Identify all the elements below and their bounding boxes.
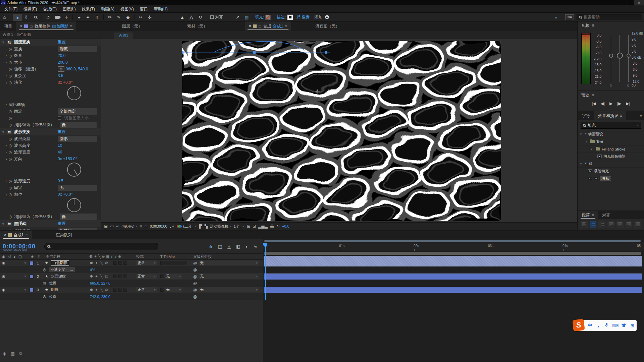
reset-exposure-icon[interactable]: ↻ [276, 224, 280, 229]
clear-search-icon[interactable]: × [637, 123, 639, 127]
layer-color-chip[interactable] [30, 275, 34, 279]
expander-icon[interactable]: ∨ [24, 288, 26, 291]
time-navigator[interactable] [264, 240, 641, 242]
trkmat-column[interactable]: T TrkMat [160, 255, 175, 259]
ime-punctuation-button[interactable]: ， [594, 322, 602, 328]
selection-handle[interactable] [325, 51, 327, 54]
stopwatch-icon[interactable]: ◷ [9, 80, 14, 85]
tab-timeline-comp[interactable]: × 合成1 ≡ [0, 231, 32, 239]
property-row-position[interactable]: ◷ 位置 742.0, 280.0 @ [0, 293, 263, 300]
layer-bar-selected[interactable] [264, 256, 642, 266]
audio-slider-master[interactable] [620, 35, 620, 82]
eye-icon[interactable]: ◉ [2, 261, 5, 265]
shape-tool-icon[interactable]: ● [74, 14, 84, 21]
pickwhip-icon[interactable]: @ [193, 281, 197, 285]
menu-item[interactable]: 效果(T) [79, 5, 98, 13]
presets-search-box[interactable]: × [581, 122, 641, 129]
reset-button[interactable]: 重置 [58, 129, 66, 135]
expander-icon[interactable]: › [4, 61, 9, 64]
expand-transfer-controls-icon[interactable]: ▦ [11, 351, 14, 356]
stopwatch-icon[interactable]: ◷ [9, 186, 14, 190]
anchor-point[interactable] [315, 89, 320, 94]
panel-menu-icon[interactable]: ≡ [592, 23, 594, 28]
stopwatch-icon[interactable]: ◷ [9, 215, 14, 219]
pen-tool-icon[interactable]: ✒ [84, 14, 93, 21]
property-row-position[interactable]: ◷ 位置 665.0, 227.0 @ [0, 280, 263, 287]
frame-blending-icon[interactable]: ◧ [236, 244, 240, 249]
tab-close-icon[interactable]: × [20, 24, 22, 28]
type-tool-icon[interactable]: T [93, 14, 102, 21]
magnification-dropdown[interactable]: (49.4%)∨ [121, 224, 137, 228]
layer-bar-3[interactable] [264, 287, 642, 293]
antialiasing-dropdown[interactable]: 低 [60, 214, 97, 220]
mode-column[interactable]: 模式 [136, 254, 144, 259]
reset-button[interactable]: 重置 [58, 39, 66, 45]
puppet-pin-tool-icon[interactable]: ✜ [145, 14, 154, 21]
panel-menu-icon[interactable]: ≡ [620, 113, 622, 118]
pinning-dropdown[interactable]: 全部固定 [58, 108, 97, 115]
grid-options-icon[interactable]: ⌗ [140, 224, 142, 229]
help-search-box[interactable] [577, 14, 642, 20]
lock-icon[interactable]: ▢ [30, 24, 33, 28]
viewer-timecode[interactable]: 0:00:00:00 [150, 224, 167, 228]
menu-item[interactable]: 视图(V) [117, 5, 137, 13]
hand-tool-icon[interactable]: ✌ [22, 14, 31, 21]
expand-layer-switches-icon[interactable]: ◉ [3, 351, 6, 356]
pan-behind-tool-icon[interactable]: ✛ [62, 14, 71, 21]
layer-name-edit[interactable]: 白色阴影 [51, 260, 69, 266]
resolution-dropdown[interactable]: (二分_∨ [183, 224, 197, 229]
home-tool-icon[interactable]: ⌂ [0, 14, 9, 21]
share-view-icon[interactable]: ⊞ [247, 224, 250, 229]
play-icon[interactable]: ▶ [609, 101, 612, 106]
fill-color-swatch[interactable] [265, 15, 271, 20]
hide-shy-icon[interactable]: ◬ [227, 244, 231, 249]
graph-editor-icon[interactable]: ∿ [254, 244, 257, 249]
selection-tool-icon[interactable]: ▲ [13, 14, 22, 21]
collapse-icon[interactable]: ∨ [2, 41, 7, 44]
expander-icon[interactable]: ∨ [24, 261, 26, 264]
canvas-area[interactable] [101, 39, 577, 222]
time-ruler[interactable]: 0s01s02s03s04s05s [263, 243, 644, 251]
effect-header-turbulent-displace[interactable]: ∨ fx 湍流置换 重置 [0, 38, 101, 46]
timeline-search-box[interactable] [44, 243, 158, 250]
audio-slider-left[interactable] [611, 35, 611, 82]
tab-render-queue[interactable]: 渲染队列 [52, 231, 76, 239]
timeline-graph-area[interactable]: 0s01s02s03s04s05s [263, 239, 644, 362]
help-search-input[interactable] [584, 15, 634, 19]
tab-close-icon[interactable]: × [249, 24, 251, 28]
wave-type-dropdown[interactable]: 圆形 [58, 136, 97, 142]
menu-item[interactable]: 帮助(H) [151, 5, 171, 13]
direction-dial[interactable] [67, 163, 81, 177]
stopwatch-icon[interactable]: ◷ [9, 47, 14, 51]
antialiasing-dropdown[interactable]: 低 [60, 122, 97, 128]
roto-brush-tool-icon[interactable]: ✂ [136, 14, 145, 21]
clone-stamp-tool-icon[interactable]: ✎ [114, 14, 123, 21]
justify-last-left-button[interactable] [607, 221, 614, 228]
phase-dial[interactable] [67, 198, 81, 212]
pickwhip-icon[interactable]: @ [193, 261, 197, 265]
layer-color-chip[interactable] [30, 288, 34, 292]
comp-mini-tab[interactable]: 合成1 [114, 33, 133, 39]
trkmat-dropdown[interactable]: 无∨ [165, 274, 182, 279]
mask-visibility-icon[interactable]: ∞ [116, 224, 119, 229]
layer-bar-2[interactable] [264, 274, 642, 280]
edge-type-dropdown[interactable]: 粗糙化 [58, 228, 97, 230]
stopwatch-icon[interactable]: ◷ [9, 179, 14, 183]
zoom-tool-icon[interactable] [31, 14, 40, 21]
pixel-aspect-icon[interactable]: ⊡ [253, 224, 256, 229]
property-label[interactable]: 位置 [49, 281, 56, 286]
layer-name-column[interactable]: 图层名称 [46, 254, 60, 259]
expander-icon[interactable]: › [4, 144, 9, 147]
panel-menu-icon[interactable]: ≡ [70, 24, 72, 28]
expand-inout-icon[interactable]: ⧉ [19, 351, 22, 356]
displacement-dropdown[interactable]: 湍流 [58, 46, 97, 52]
composition-canvas[interactable] [182, 41, 501, 221]
primary-viewer-icon[interactable]: ▭ [110, 224, 114, 229]
blend-mode-dropdown[interactable]: 正常∨ [136, 260, 157, 265]
blend-mode-dropdown[interactable]: 正常∨ [136, 287, 157, 292]
justify-last-center-button[interactable] [616, 221, 624, 228]
menu-item[interactable]: 编辑(E) [20, 5, 40, 13]
opacity-value[interactable]: 4% [90, 268, 95, 272]
panel-menu-icon[interactable]: ≡ [592, 93, 594, 98]
exposure-value[interactable]: +0.0 [282, 224, 289, 228]
